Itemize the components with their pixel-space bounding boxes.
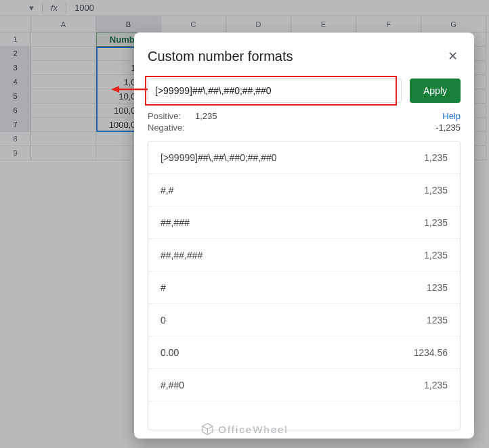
- format-list-item[interactable]: [>99999]##\,##\,##0;##,##0 1,235: [148, 141, 460, 174]
- format-list-item[interactable]: ##,##,### 1,235: [148, 239, 460, 271]
- format-list-item[interactable]: #,# 1,235: [148, 174, 460, 206]
- format-list-item[interactable]: 0 1235: [148, 304, 460, 336]
- negative-sample: -1,235: [435, 122, 461, 133]
- format-list-item[interactable]: # 1235: [148, 271, 460, 304]
- format-list-scroll[interactable]: [>99999]##\,##\,##0;##,##0 1,235 #,# 1,2…: [148, 141, 460, 430]
- help-link[interactable]: Help: [442, 111, 461, 121]
- positive-sample: 1,235: [195, 111, 442, 121]
- negative-label: Negative:: [148, 122, 195, 133]
- apply-button[interactable]: Apply: [410, 79, 461, 103]
- format-list: [>99999]##\,##\,##0;##,##0 1,235 #,# 1,2…: [148, 141, 461, 430]
- format-list-item[interactable]: #,##0 1,235: [148, 369, 460, 401]
- positive-label: Positive:: [148, 111, 195, 121]
- format-list-item[interactable]: 0.00 1234.56: [148, 336, 460, 369]
- dialog-title: Custom number formats: [148, 49, 293, 64]
- format-list-item[interactable]: ##,### 1,235: [148, 206, 460, 239]
- custom-number-formats-dialog: Custom number formats ✕ Apply Positive: …: [134, 32, 474, 439]
- close-icon[interactable]: ✕: [445, 46, 461, 66]
- format-input[interactable]: [148, 79, 402, 103]
